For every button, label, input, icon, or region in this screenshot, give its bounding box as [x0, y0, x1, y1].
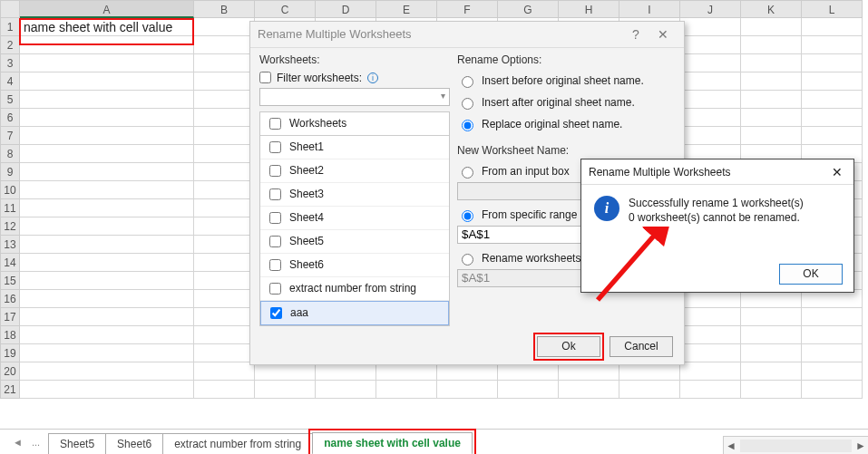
- cell[interactable]: [619, 362, 680, 381]
- row-header-8[interactable]: 8: [0, 145, 20, 163]
- cell[interactable]: [20, 72, 194, 91]
- opt-insert-after[interactable]: Insert after original sheet name.: [457, 95, 675, 110]
- cell[interactable]: [802, 326, 863, 344]
- cell[interactable]: [559, 381, 619, 399]
- horizontal-scrollbar[interactable]: ◄ ►: [723, 436, 868, 454]
- cell[interactable]: [802, 127, 863, 145]
- worksheet-list-row[interactable]: Sheet2: [260, 159, 449, 183]
- row-header-14[interactable]: 14: [0, 254, 20, 272]
- cell[interactable]: [255, 381, 316, 399]
- cell[interactable]: [680, 91, 741, 109]
- cell[interactable]: [20, 344, 194, 362]
- cell[interactable]: [741, 362, 802, 381]
- opt-replace-radio[interactable]: [462, 120, 473, 131]
- cell[interactable]: [559, 362, 619, 381]
- close-button[interactable]: ✕: [649, 27, 677, 42]
- scroll-track[interactable]: [740, 440, 852, 452]
- from-range-radio[interactable]: [462, 210, 473, 222]
- scroll-right-icon[interactable]: ►: [853, 440, 868, 452]
- cell[interactable]: [20, 199, 194, 217]
- opt-before-radio[interactable]: [462, 76, 473, 88]
- cell[interactable]: [20, 254, 194, 272]
- cell[interactable]: [802, 91, 863, 109]
- cell[interactable]: [437, 381, 498, 399]
- cell[interactable]: [741, 72, 802, 91]
- cell[interactable]: [741, 91, 802, 109]
- worksheet-row-checkbox[interactable]: [269, 165, 281, 177]
- tab-nav-prev-icon[interactable]: ◄: [9, 437, 26, 448]
- row-header-12[interactable]: 12: [0, 217, 20, 236]
- worksheet-list-row[interactable]: Sheet3: [260, 183, 449, 207]
- msgbox-titlebar[interactable]: Rename Multiple Worksheets ✕: [581, 159, 853, 185]
- row-header-11[interactable]: 11: [0, 199, 20, 217]
- cell[interactable]: [20, 290, 194, 308]
- row-header-16[interactable]: 16: [0, 290, 20, 308]
- row-header-15[interactable]: 15: [0, 272, 20, 290]
- col-header-A[interactable]: A: [20, 0, 194, 18]
- cell[interactable]: [619, 381, 680, 399]
- cell[interactable]: [20, 326, 194, 344]
- cell[interactable]: [316, 362, 376, 381]
- cell[interactable]: [741, 36, 802, 54]
- cell[interactable]: [680, 381, 741, 399]
- worksheet-list[interactable]: Worksheets Sheet1Sheet2Sheet3Sheet4Sheet…: [259, 111, 450, 326]
- cell[interactable]: [680, 362, 741, 381]
- worksheet-list-row[interactable]: aaa: [260, 301, 449, 325]
- col-header-L[interactable]: L: [802, 0, 863, 18]
- cell[interactable]: [20, 217, 194, 236]
- cell[interactable]: [802, 54, 863, 72]
- worksheet-list-row[interactable]: extract number from string: [260, 277, 449, 301]
- cell[interactable]: [802, 362, 863, 381]
- cell[interactable]: [316, 381, 376, 399]
- worksheet-list-row[interactable]: Sheet6: [260, 254, 449, 277]
- cell[interactable]: [741, 326, 802, 344]
- row-header-10[interactable]: 10: [0, 181, 20, 199]
- row-header-19[interactable]: 19: [0, 344, 20, 362]
- worksheet-row-checkbox[interactable]: [269, 236, 281, 247]
- col-header-D[interactable]: D: [316, 0, 376, 18]
- cell[interactable]: [680, 36, 741, 54]
- cell[interactable]: [194, 145, 255, 163]
- cell[interactable]: [194, 127, 255, 145]
- cell[interactable]: [194, 272, 255, 290]
- dialog-titlebar[interactable]: Rename Multiple Worksheets ? ✕: [250, 22, 684, 48]
- col-header-J[interactable]: J: [680, 0, 741, 18]
- cell[interactable]: [20, 362, 194, 381]
- cell[interactable]: [680, 18, 741, 36]
- row-header-4[interactable]: 4: [0, 72, 20, 91]
- cell[interactable]: [194, 36, 255, 54]
- cell[interactable]: [802, 36, 863, 54]
- worksheet-list-row[interactable]: Sheet5: [260, 230, 449, 254]
- cell[interactable]: [194, 109, 255, 127]
- worksheet-row-checkbox[interactable]: [269, 283, 281, 295]
- cell[interactable]: [680, 344, 741, 362]
- sheet-tab[interactable]: extract number from string: [162, 433, 313, 454]
- worksheet-list-row[interactable]: Sheet1: [260, 136, 449, 159]
- col-header-F[interactable]: F: [437, 0, 498, 18]
- row-header-5[interactable]: 5: [0, 91, 20, 109]
- col-header-C[interactable]: C: [255, 0, 316, 18]
- cell[interactable]: [680, 72, 741, 91]
- cell[interactable]: [194, 72, 255, 91]
- cell[interactable]: [20, 91, 194, 109]
- cell[interactable]: [194, 381, 255, 399]
- opt-insert-before[interactable]: Insert before original sheet name.: [457, 73, 675, 88]
- list-select-all-checkbox[interactable]: [269, 118, 281, 130]
- from-input-radio[interactable]: [462, 167, 473, 179]
- cell[interactable]: [20, 181, 194, 199]
- cell[interactable]: [680, 290, 741, 308]
- worksheet-row-checkbox[interactable]: [269, 259, 281, 271]
- cell[interactable]: [194, 163, 255, 181]
- row-header-6[interactable]: 6: [0, 109, 20, 127]
- cell[interactable]: [194, 18, 255, 36]
- cell[interactable]: [376, 362, 437, 381]
- worksheet-row-checkbox[interactable]: [270, 307, 282, 319]
- scroll-left-icon[interactable]: ◄: [724, 440, 738, 452]
- cell[interactable]: [741, 381, 802, 399]
- cell[interactable]: [194, 362, 255, 381]
- cell[interactable]: [802, 290, 863, 308]
- select-all-corner[interactable]: [0, 0, 20, 18]
- opt-replace[interactable]: Replace original sheet name.: [457, 117, 675, 131]
- cell[interactable]: [20, 36, 194, 54]
- row-header-20[interactable]: 20: [0, 362, 20, 381]
